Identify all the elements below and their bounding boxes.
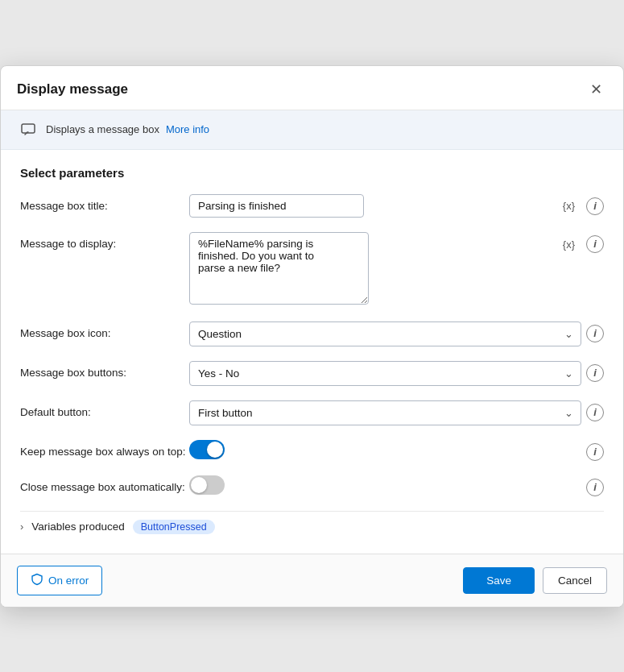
message-box-icon-select-wrap: Question None Information Warning Error … (189, 321, 581, 346)
message-to-display-row: Message to display: %FileName% parsing i… (20, 232, 604, 307)
message-box-icon-info-icon[interactable]: i (586, 325, 604, 342)
close-button[interactable]: ✕ (585, 79, 607, 100)
default-button-select[interactable]: First button Second button Third button (189, 400, 581, 425)
message-to-display-info-icon[interactable]: i (586, 235, 604, 253)
section-title: Select parameters (20, 166, 604, 180)
variables-produced-label[interactable]: Variables produced (31, 521, 124, 533)
save-button[interactable]: Save (463, 567, 535, 594)
on-error-label: On error (48, 575, 89, 587)
message-box-title-label: Message box title: (20, 194, 189, 212)
dialog-body: Select parameters Message box title: {x}… (1, 150, 623, 554)
variables-chevron-icon[interactable]: › (20, 521, 23, 533)
close-automatically-row: Close message box automatically: i (20, 475, 604, 496)
keep-on-top-info-icon[interactable]: i (586, 443, 604, 461)
close-automatically-thumb (191, 477, 207, 493)
message-box-title-input[interactable] (189, 194, 364, 218)
message-box-buttons-label: Message box buttons: (20, 361, 189, 379)
message-to-display-textarea[interactable]: %FileName% parsing is finished. Do you w… (189, 232, 369, 305)
default-button-select-wrap: First button Second button Third button … (189, 400, 581, 425)
keep-on-top-label: Keep message box always on top: (20, 440, 189, 458)
display-var-tag: {x} (563, 239, 575, 251)
comment-icon (17, 118, 39, 141)
message-box-icon-select[interactable]: Question None Information Warning Error (189, 321, 581, 346)
message-box-title-control: {x} i (189, 194, 604, 218)
cancel-button[interactable]: Cancel (543, 567, 607, 594)
shield-icon (31, 573, 43, 588)
message-box-icon-control: Question None Information Warning Error … (189, 321, 604, 346)
keep-on-top-toggle-wrap (189, 440, 225, 459)
info-bar: Displays a message box More info (1, 110, 623, 150)
message-to-display-control: %FileName% parsing is finished. Do you w… (189, 232, 604, 307)
more-info-link[interactable]: More info (166, 123, 209, 135)
close-automatically-toggle-wrap (189, 475, 225, 495)
close-automatically-control: i (189, 475, 604, 496)
message-box-icon-label: Message box icon: (20, 321, 189, 339)
footer-right: Save Cancel (463, 567, 607, 594)
keep-on-top-track (189, 440, 225, 459)
default-button-row: Default button: First button Second butt… (20, 400, 604, 425)
display-message-dialog: Display message ✕ Displays a message box… (0, 65, 624, 608)
close-automatically-track (189, 475, 225, 495)
message-box-buttons-select-wrap: Yes - No OK OK - Cancel Abort - Retry - … (189, 361, 581, 386)
message-box-buttons-select[interactable]: Yes - No OK OK - Cancel Abort - Retry - … (189, 361, 581, 386)
dialog-header: Display message ✕ (1, 66, 623, 110)
message-to-display-textarea-wrap: %FileName% parsing is finished. Do you w… (189, 232, 581, 307)
message-box-title-input-wrap: {x} (189, 194, 581, 218)
dialog-footer: On error Save Cancel (1, 554, 623, 607)
default-button-control: First button Second button Third button … (189, 400, 604, 425)
close-automatically-info-icon[interactable]: i (586, 479, 604, 496)
dialog-title: Display message (17, 81, 128, 97)
message-box-buttons-info-icon[interactable]: i (586, 364, 604, 382)
message-box-title-row: Message box title: {x} i (20, 194, 604, 218)
keep-on-top-thumb (207, 442, 223, 458)
message-box-title-info-icon[interactable]: i (586, 197, 604, 215)
message-box-icon-row: Message box icon: Question None Informat… (20, 321, 604, 346)
keep-on-top-control: i (189, 440, 604, 461)
variables-badge: ButtonPressed (133, 520, 215, 534)
title-var-tag: {x} (563, 200, 575, 212)
default-button-info-icon[interactable]: i (586, 404, 604, 421)
close-automatically-label: Close message box automatically: (20, 475, 189, 493)
keep-on-top-toggle[interactable] (189, 440, 225, 459)
message-to-display-label: Message to display: (20, 232, 189, 250)
info-bar-text: Displays a message box (46, 123, 159, 135)
close-icon: ✕ (590, 81, 602, 98)
variables-produced-row: › Variables produced ButtonPressed (20, 511, 604, 541)
close-automatically-toggle[interactable] (189, 475, 225, 495)
on-error-button[interactable]: On error (17, 566, 102, 595)
message-box-buttons-control: Yes - No OK OK - Cancel Abort - Retry - … (189, 361, 604, 386)
keep-on-top-row: Keep message box always on top: i (20, 440, 604, 461)
message-box-buttons-row: Message box buttons: Yes - No OK OK - Ca… (20, 361, 604, 386)
default-button-label: Default button: (20, 400, 189, 418)
